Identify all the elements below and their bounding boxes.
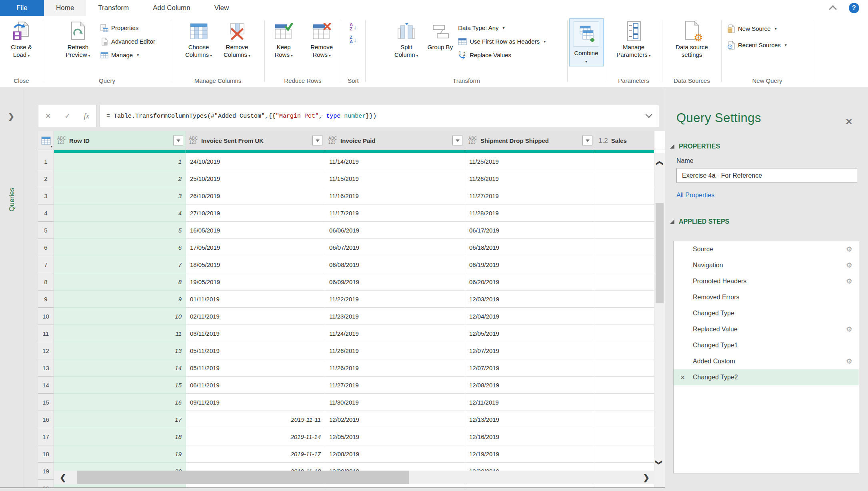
- row-number[interactable]: 2: [38, 170, 54, 187]
- grid-cell[interactable]: 19: [54, 445, 186, 463]
- grid-cell[interactable]: [595, 445, 654, 463]
- grid-cell[interactable]: 14: [54, 359, 186, 377]
- row-number[interactable]: 20: [38, 480, 54, 487]
- query-name-input[interactable]: Exercise 4a - For Reference: [676, 168, 857, 183]
- grid-cell[interactable]: 16/05/2019: [186, 222, 325, 239]
- step-settings-gear-icon[interactable]: ⚙: [846, 261, 852, 270]
- grid-cell[interactable]: 6: [54, 239, 186, 256]
- grid-cell[interactable]: 12/13/2019: [465, 411, 595, 428]
- formula-cancel-icon[interactable]: ✕: [45, 112, 51, 120]
- scroll-up-icon[interactable]: ❯: [655, 160, 663, 166]
- advanced-editor-button[interactable]: Advanced Editor: [100, 36, 155, 47]
- grid-cell[interactable]: 09/11/2019: [186, 394, 325, 411]
- tab-home[interactable]: Home: [44, 0, 86, 16]
- expand-queries-pane-icon[interactable]: ❯: [8, 112, 14, 121]
- applied-step-changed-type[interactable]: Changed Type: [674, 305, 859, 321]
- grid-cell[interactable]: 24/10/2019: [186, 153, 325, 170]
- close-panel-icon[interactable]: ✕: [845, 116, 853, 127]
- grid-cell[interactable]: 27/10/2019: [186, 204, 325, 222]
- row-number[interactable]: 10: [38, 308, 54, 325]
- grid-cell[interactable]: 2019-11-14: [186, 428, 325, 445]
- grid-cell[interactable]: [595, 153, 654, 170]
- grid-cell[interactable]: 06/19/2019: [465, 256, 595, 273]
- grid-cell[interactable]: 12/19/2019: [465, 445, 595, 463]
- grid-cell[interactable]: [595, 291, 654, 308]
- grid-cell[interactable]: 2: [54, 170, 186, 187]
- row-number[interactable]: 7: [38, 256, 54, 273]
- grid-cell[interactable]: 11/26/2019: [325, 359, 465, 377]
- grid-cell[interactable]: 03/11/2019: [186, 325, 325, 342]
- grid-cell[interactable]: 12/07/2019: [465, 342, 595, 359]
- scroll-down-icon[interactable]: ❯: [655, 459, 663, 465]
- grid-cell[interactable]: [595, 394, 654, 411]
- filter-button[interactable]: [173, 136, 183, 146]
- grid-cell[interactable]: 06/18/2019: [465, 239, 595, 256]
- grid-cell[interactable]: 3: [54, 187, 186, 204]
- grid-cell[interactable]: 17: [54, 411, 186, 428]
- grid-cell[interactable]: 8: [54, 273, 186, 291]
- row-number[interactable]: 13: [38, 359, 54, 377]
- grid-cell[interactable]: 4: [54, 204, 186, 222]
- row-number[interactable]: 15: [38, 394, 54, 411]
- grid-cell[interactable]: [595, 308, 654, 325]
- grid-cell[interactable]: [595, 359, 654, 377]
- grid-cell[interactable]: [595, 428, 654, 445]
- sort-ascending-button[interactable]: AZ ↓: [350, 22, 356, 31]
- applied-step-navigation[interactable]: Navigation⚙: [674, 257, 859, 273]
- recent-sources-button[interactable]: Recent Sources ▾: [727, 40, 787, 50]
- tab-file[interactable]: File: [0, 0, 44, 16]
- step-settings-gear-icon[interactable]: ⚙: [846, 277, 852, 286]
- grid-cell[interactable]: 05/11/2019: [186, 342, 325, 359]
- select-all-corner[interactable]: ▾: [38, 131, 54, 150]
- formula-input[interactable]: = Table.TransformColumnTypes(#"Added Cus…: [100, 105, 659, 127]
- choose-columns-button[interactable]: Choose Columns▾: [180, 18, 218, 61]
- fx-icon[interactable]: fx: [84, 112, 90, 120]
- grid-cell[interactable]: 02/11/2019: [186, 308, 325, 325]
- scroll-right-icon[interactable]: ❯: [643, 473, 650, 482]
- grid-cell[interactable]: 17/05/2019: [186, 239, 325, 256]
- grid-cell[interactable]: 12/16/2019: [465, 428, 595, 445]
- grid-cell[interactable]: 12/04/2019: [465, 308, 595, 325]
- horizontal-scrollbar[interactable]: ❮ ❯: [54, 471, 654, 484]
- grid-cell[interactable]: 18: [54, 428, 186, 445]
- grid-cell[interactable]: 11/24/2019: [325, 325, 465, 342]
- grid-cell[interactable]: 11/30/2019: [325, 394, 465, 411]
- tab-add-column[interactable]: Add Column: [141, 0, 202, 16]
- close-and-load-button[interactable]: Close & Load▾: [2, 18, 41, 61]
- step-settings-gear-icon[interactable]: ⚙: [846, 245, 852, 254]
- applied-step-source[interactable]: Source⚙: [674, 241, 859, 257]
- refresh-preview-button[interactable]: Refresh Preview▾: [59, 18, 97, 61]
- row-number[interactable]: 5: [38, 222, 54, 239]
- grid-cell[interactable]: 11/25/2019: [465, 153, 595, 170]
- grid-cell[interactable]: 25/10/2019: [186, 170, 325, 187]
- grid-cell[interactable]: 06/11/2019: [186, 377, 325, 394]
- applied-step-changed-type2[interactable]: ✕Changed Type2: [674, 369, 859, 385]
- grid-cell[interactable]: [595, 222, 654, 239]
- grid-cell[interactable]: 11/15/2019: [325, 170, 465, 187]
- split-column-button[interactable]: Split Column▾: [387, 18, 426, 61]
- group-by-button[interactable]: Group By: [426, 18, 455, 52]
- row-number[interactable]: 9: [38, 291, 54, 308]
- grid-cell[interactable]: [595, 411, 654, 428]
- manage-button[interactable]: Manage ▾: [100, 50, 155, 60]
- grid-cell[interactable]: 12/07/2019: [465, 359, 595, 377]
- grid-cell[interactable]: [595, 256, 654, 273]
- grid-cell[interactable]: 12/05/2019: [325, 428, 465, 445]
- grid-cell[interactable]: [595, 342, 654, 359]
- grid-cell[interactable]: 11/26/2019: [465, 170, 595, 187]
- grid-cell[interactable]: 01/11/2019: [186, 291, 325, 308]
- grid-cell[interactable]: 12/11/2019: [465, 394, 595, 411]
- grid-cell[interactable]: 06/06/2019: [325, 222, 465, 239]
- manage-parameters-button[interactable]: Manage Parameters▾: [614, 18, 653, 61]
- applied-step-added-custom[interactable]: Added Custom⚙: [674, 353, 859, 369]
- grid-cell[interactable]: 19/05/2019: [186, 273, 325, 291]
- step-settings-gear-icon[interactable]: ⚙: [846, 357, 852, 366]
- properties-section-header[interactable]: PROPERTIES: [670, 143, 868, 150]
- column-header-shipment-drop-shipped[interactable]: ABC123Shipment Drop Shipped: [465, 131, 595, 150]
- grid-cell[interactable]: 11/28/2019: [465, 204, 595, 222]
- grid-cell[interactable]: 1: [54, 153, 186, 170]
- properties-button[interactable]: Properties: [100, 22, 155, 33]
- row-number[interactable]: 12: [38, 342, 54, 359]
- row-number[interactable]: 8: [38, 273, 54, 291]
- formula-accept-icon[interactable]: ✓: [64, 112, 70, 120]
